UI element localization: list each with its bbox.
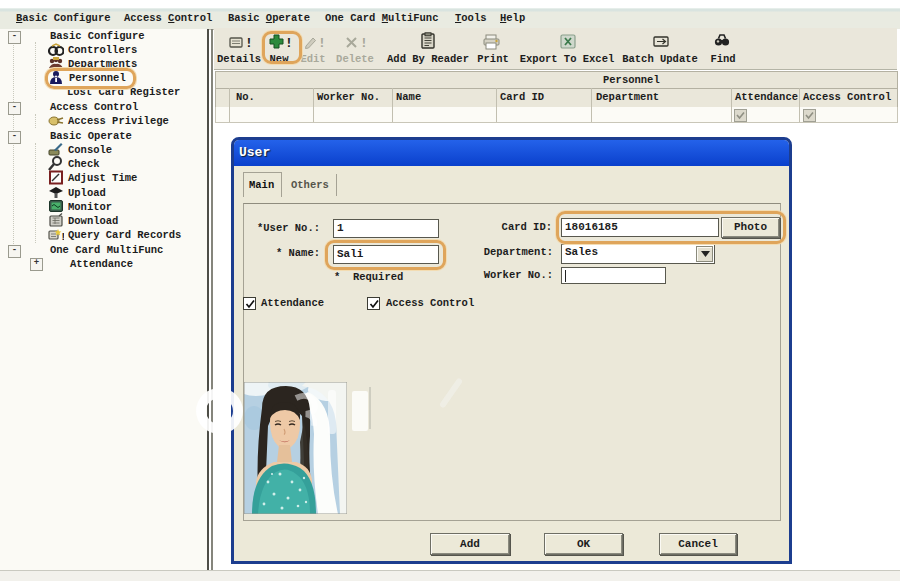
svg-text:!: ! bbox=[60, 231, 64, 242]
svg-text:!: ! bbox=[245, 36, 253, 50]
svg-text:!: ! bbox=[318, 36, 326, 50]
svg-text:!: ! bbox=[360, 36, 368, 50]
